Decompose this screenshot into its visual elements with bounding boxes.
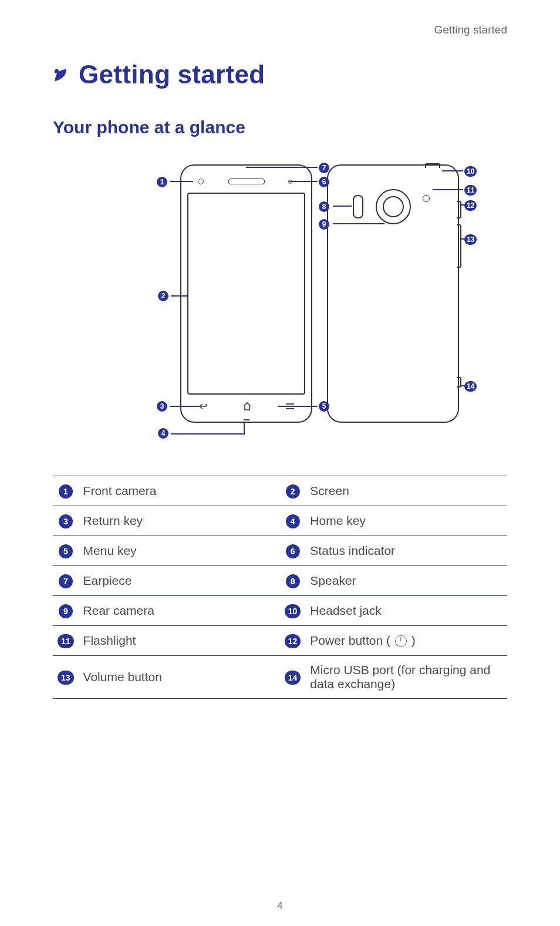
power-icon <box>395 635 407 647</box>
manual-page: Getting started Getting started Your pho… <box>0 0 560 926</box>
legend-table: 1 Front camera 2 Screen 3 Return key 4 H… <box>53 476 507 699</box>
callout-13: 13 <box>464 234 477 245</box>
legend-label: Screen <box>305 476 507 506</box>
callout-6: 6 <box>319 176 329 187</box>
callout-12: 12 <box>464 200 477 211</box>
callout-3: 3 <box>157 400 167 412</box>
callout-5: 5 <box>319 400 329 412</box>
legend-row: 1 Front camera 2 Screen <box>53 476 507 506</box>
legend-row: 5 Menu key 6 Status indicator <box>53 536 507 566</box>
legend-row: 3 Return key 4 Home key <box>53 506 507 536</box>
legend-label: Micro USB port (for charging and data ex… <box>305 656 507 699</box>
legend-row: 9 Rear camera 10 Headset jack <box>53 596 507 626</box>
legend-label: Return key <box>79 506 280 536</box>
phone-front-outline <box>180 164 312 423</box>
rear-camera-lens <box>376 189 411 224</box>
legend-row: 11 Flashlight 12 Power button ( ) <box>53 626 507 656</box>
legend-label: Earpiece <box>79 566 280 596</box>
legend-label: Speaker <box>305 566 507 596</box>
chapter-title: Getting started <box>79 60 265 89</box>
running-head: Getting started <box>53 23 507 36</box>
phone-diagram: 1 2 3 4 5 6 7 8 9 10 11 12 13 14 <box>53 159 507 452</box>
legend-num: 12 <box>285 634 301 648</box>
legend-num: 9 <box>59 604 73 618</box>
volume-button <box>457 224 461 268</box>
legend-label: Menu key <box>79 536 280 566</box>
flashlight-dot <box>423 195 430 202</box>
power-button <box>457 201 461 218</box>
legend-label: Front camera <box>79 476 280 506</box>
svg-point-0 <box>55 69 59 74</box>
legend-num: 11 <box>58 634 74 648</box>
legend-row: 7 Earpiece 8 Speaker <box>53 566 507 596</box>
legend-num: 5 <box>59 544 73 558</box>
legend-row: 13 Volume button 14 Micro USB port (for … <box>53 656 507 699</box>
section-title: Your phone at a glance <box>53 117 507 137</box>
callout-14: 14 <box>464 380 477 392</box>
return-key-icon <box>198 402 210 410</box>
legend-num: 4 <box>286 514 300 528</box>
legend-num: 7 <box>59 574 73 588</box>
front-camera-dot <box>198 179 204 184</box>
callout-11: 11 <box>464 184 477 196</box>
speaker-slot <box>353 195 363 218</box>
legend-label: Home key <box>305 506 507 536</box>
callout-1: 1 <box>157 176 167 187</box>
legend-num: 3 <box>59 514 73 528</box>
legend-label: Volume button <box>79 656 280 699</box>
legend-num: 14 <box>285 671 301 685</box>
legend-num: 8 <box>286 574 300 588</box>
callout-2: 2 <box>158 290 168 301</box>
legend-num: 6 <box>286 544 300 558</box>
legend-num: 13 <box>58 671 74 685</box>
callout-10: 10 <box>464 166 477 177</box>
callout-8: 8 <box>319 201 329 212</box>
brand-leaf-icon <box>53 66 70 83</box>
screen-rect <box>187 193 305 395</box>
legend-label: Headset jack <box>305 596 507 626</box>
page-number: 4 <box>0 900 560 912</box>
section: Your phone at a glance <box>53 117 507 699</box>
legend-label: Status indicator <box>305 536 507 566</box>
legend-label: Rear camera <box>79 596 280 626</box>
chapter-heading: Getting started <box>53 60 507 89</box>
legend-num: 2 <box>286 484 300 499</box>
headset-jack <box>425 163 440 168</box>
legend-label: Flashlight <box>79 626 280 656</box>
phone-back-outline <box>327 164 459 423</box>
home-key-icon <box>242 402 252 411</box>
bottom-mic-slot <box>244 419 249 420</box>
callout-4: 4 <box>158 427 168 439</box>
callout-7: 7 <box>319 162 329 173</box>
legend-num: 1 <box>59 484 73 499</box>
legend-num: 10 <box>285 604 301 618</box>
callout-9: 9 <box>319 218 329 230</box>
legend-label: Power button ( ) <box>305 626 507 656</box>
earpiece-slot <box>228 179 265 184</box>
